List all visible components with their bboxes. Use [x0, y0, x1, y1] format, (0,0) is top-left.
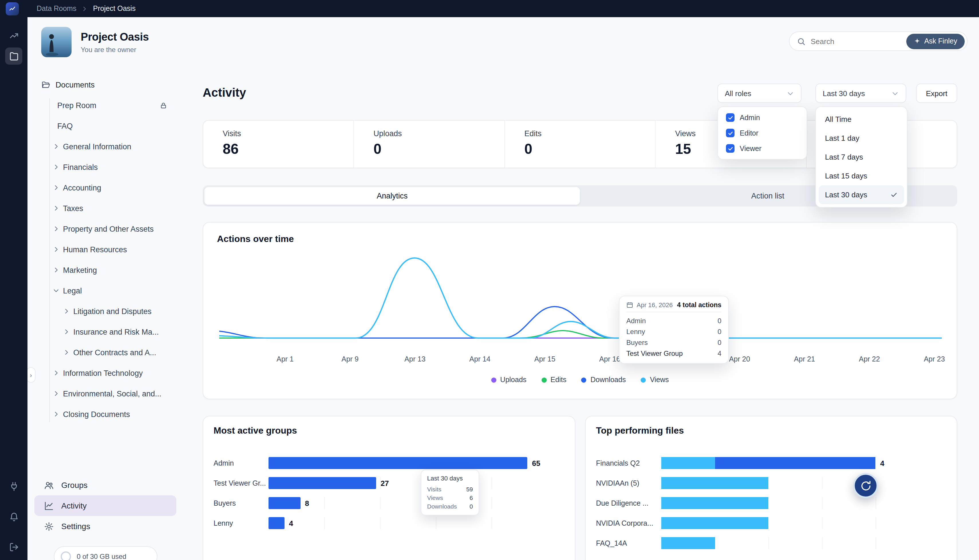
gear-icon [44, 522, 54, 531]
icon-rail [0, 17, 27, 560]
logout-rail-icon[interactable] [5, 538, 22, 555]
file-bar [661, 477, 929, 489]
stat-value: 0 [374, 141, 505, 157]
assistant-refresh-button[interactable] [853, 473, 878, 498]
check-icon [727, 130, 733, 136]
legend-downloads[interactable]: Downloads [581, 376, 626, 384]
breadcrumb-data-rooms[interactable]: Data Rooms [37, 5, 77, 13]
roles-filter-label: All roles [725, 89, 752, 98]
file-bar [661, 537, 929, 549]
roles-filter-button[interactable]: All roles [717, 83, 802, 103]
integrations-rail-icon[interactable] [5, 478, 22, 495]
checkbox-checked-icon[interactable] [726, 144, 735, 153]
sidebar-item-prep-room[interactable]: Prep Room [27, 95, 183, 115]
chevron-right-icon [53, 246, 60, 253]
date-option-all-time[interactable]: All Time [819, 110, 904, 129]
file-bar-segment-views[interactable] [661, 537, 715, 549]
export-label: Export [926, 89, 947, 98]
role-option-viewer[interactable]: Viewer [721, 141, 804, 156]
notifications-rail-icon[interactable] [5, 508, 22, 525]
sidebar-item-documents[interactable]: Documents [27, 74, 183, 95]
sidebar-item-property-and-other-assets[interactable]: Property and Other Assets [27, 218, 183, 239]
sidebar-bottom-nav: Groups Activity Settings [34, 475, 176, 537]
sidebar-item-label: Legal [63, 286, 82, 295]
chart-title: Actions over time [217, 234, 294, 244]
bar-track: 4 [269, 517, 547, 529]
date-option-last-15-days[interactable]: Last 15 days [819, 167, 904, 185]
file-bar-segment-downloads[interactable] [715, 457, 875, 469]
group-bar[interactable] [269, 477, 376, 489]
sidebar-item-legal[interactable]: Legal [27, 280, 183, 301]
logout-icon [9, 542, 18, 552]
search-input[interactable] [811, 37, 907, 45]
sidebar-item-groups[interactable]: Groups [34, 475, 176, 495]
bar-category-label: Admin [214, 459, 269, 467]
project-header: Project Oasis You are the owner [41, 27, 149, 57]
bar-value: 4 [880, 459, 884, 467]
tooltip-header: Apr 16, 2026 4 total actions [626, 302, 722, 312]
sidebar-item-insurance-and-risk-ma[interactable]: Insurance and Risk Ma... [27, 322, 183, 342]
role-option-admin[interactable]: Admin [721, 110, 804, 125]
chevron-right-icon [53, 370, 60, 377]
bell-icon [9, 512, 18, 522]
bar-value: 27 [381, 479, 389, 487]
sidebar-item-human-resources[interactable]: Human Resources [27, 239, 183, 260]
sidebar-item-taxes[interactable]: Taxes [27, 198, 183, 218]
sidebar-item-faq[interactable]: FAQ [27, 115, 183, 136]
data-rooms-rail-icon[interactable] [5, 47, 22, 65]
sidebar-item-settings[interactable]: Settings [34, 516, 176, 537]
group-bar[interactable] [269, 497, 300, 509]
sidebar-collapse-button[interactable]: › [26, 367, 35, 383]
legend-uploads[interactable]: Uploads [491, 376, 526, 384]
date-filter-button[interactable]: Last 30 days [815, 83, 906, 103]
sidebar-item-accounting[interactable]: Accounting [27, 177, 183, 198]
project-name: Project Oasis [81, 31, 149, 43]
sidebar-item-activity[interactable]: Activity [34, 495, 176, 516]
project-titles: Project Oasis You are the owner [81, 31, 149, 53]
storage-label: 0 of 30 GB used [77, 553, 126, 560]
date-option-label: Last 30 days [825, 190, 867, 199]
ask-finley-button[interactable]: Ask Finley [907, 33, 965, 49]
app-logo-icon[interactable] [6, 2, 19, 15]
files-bar-chart: Financials Q24NVIDIAAn (5)Due Diligence … [596, 453, 951, 553]
date-option-last-7-days[interactable]: Last 7 days [819, 148, 904, 167]
analytics-rail-icon[interactable] [5, 27, 22, 44]
role-option-editor[interactable]: Editor [721, 125, 804, 141]
sidebar-item-information-technology[interactable]: Information Technology [27, 363, 183, 383]
tooltip-row: Lenny0 [626, 326, 722, 337]
file-bar-segment-views[interactable] [661, 497, 768, 509]
sidebar-item-marketing[interactable]: Marketing [27, 260, 183, 280]
stat-value: 0 [525, 141, 655, 157]
sidebar-item-other-contracts-and-a[interactable]: Other Contracts and A... [27, 342, 183, 363]
sidebar-item-general-information[interactable]: General Information [27, 136, 183, 157]
project-avatar[interactable] [41, 27, 72, 57]
sidebar-item-label: FAQ [57, 122, 73, 130]
stat-label: Uploads [374, 129, 505, 138]
check-icon [890, 191, 898, 198]
sidebar-item-label: Settings [61, 522, 90, 531]
sidebar-item-label: Prep Room [57, 101, 97, 110]
file-bar-segment-views[interactable] [661, 457, 715, 469]
sidebar-item-label: General Information [63, 142, 131, 151]
sidebar: Project Oasis You are the owner Document… [27, 17, 183, 560]
group-bar[interactable] [269, 457, 527, 469]
checkbox-checked-icon[interactable] [726, 113, 735, 122]
bar-track [661, 477, 929, 489]
file-bar-segment-views[interactable] [661, 477, 768, 489]
sidebar-item-environmental-social-and[interactable]: Environmental, Social, and... [27, 383, 183, 404]
file-bar-segment-views[interactable] [661, 517, 768, 529]
sidebar-item-litigation-and-disputes[interactable]: Litigation and Disputes [27, 301, 183, 322]
legend-edits[interactable]: Edits [541, 376, 566, 384]
checkbox-checked-icon[interactable] [726, 129, 735, 137]
sidebar-item-closing-documents[interactable]: Closing Documents [27, 404, 183, 425]
date-option-last-30-days[interactable]: Last 30 days [819, 185, 904, 204]
stat-value: 86 [223, 141, 354, 157]
tab-analytics[interactable]: Analytics [204, 187, 580, 205]
export-button[interactable]: Export [916, 83, 957, 103]
chart-title: Top performing files [596, 426, 684, 436]
search-icon [797, 37, 805, 45]
date-option-last-1-day[interactable]: Last 1 day [819, 129, 904, 148]
group-bar[interactable] [269, 517, 284, 529]
legend-views[interactable]: Views [641, 376, 669, 384]
sidebar-item-financials[interactable]: Financials [27, 157, 183, 177]
